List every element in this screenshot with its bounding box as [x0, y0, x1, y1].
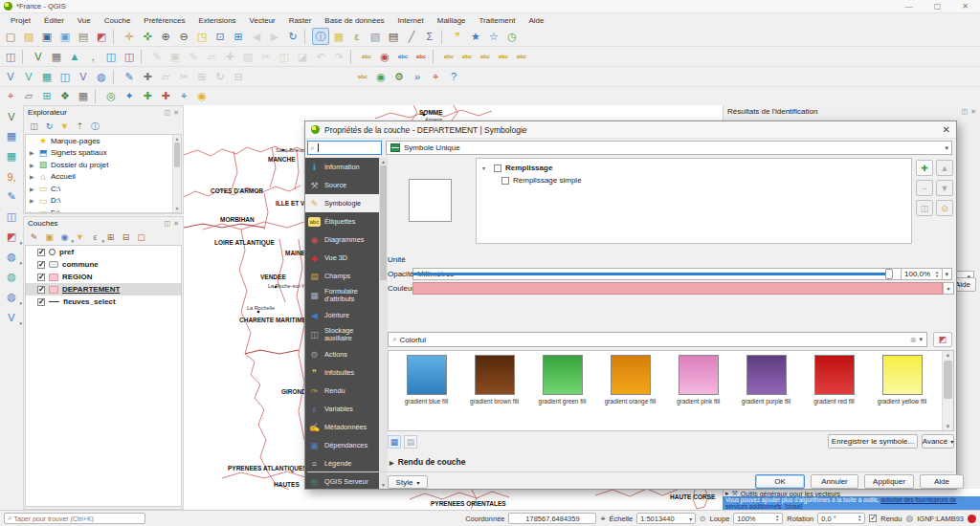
browser-tree-item[interactable]: ▶ ▭ C:\ — [26, 183, 181, 195]
zoom-last-icon[interactable]: ◀ — [248, 28, 265, 45]
close-panel-icon[interactable]: ✕ — [173, 220, 179, 228]
add-delimited-text-dock-icon[interactable]: 9, — [3, 168, 20, 185]
lock-symbol-color-button[interactable]: ⊙ — [936, 200, 953, 216]
layer-item[interactable]: REGION — [26, 271, 181, 283]
spinner-arrows-icon[interactable]: ▲▼ — [935, 271, 939, 278]
show-bookmarks-icon[interactable]: ☆ — [485, 28, 502, 45]
icon-view-toggle[interactable]: ▦ — [388, 435, 401, 449]
scroll-up-icon[interactable]: ▲ — [173, 136, 181, 142]
vertex-tool-icon[interactable]: ✚ — [221, 48, 238, 65]
layer-diagram-icon[interactable]: ◉ — [376, 48, 393, 65]
locator-search[interactable]: ⌕ — [4, 513, 145, 524]
collapse-all-browser-icon[interactable]: ⇡ — [74, 121, 86, 133]
dialog-tab-source[interactable]: ⚒ Source — [305, 176, 379, 194]
current-edits-icon[interactable]: ✎ — [185, 48, 202, 65]
diagram-toolbar-icon[interactable]: ◉ — [372, 68, 390, 85]
close-button[interactable]: ✕ — [962, 2, 969, 11]
symbol-swatch[interactable]: gradient orange fill — [596, 355, 664, 430]
move-label-icon[interactable]: abc — [477, 48, 494, 65]
menu-item[interactable]: Vue — [71, 16, 98, 25]
color-button[interactable] — [412, 282, 943, 295]
coordinate-field[interactable]: 178567,6484359 — [508, 513, 596, 524]
copy-features-icon[interactable]: ◫ — [276, 48, 293, 65]
symbol-swatch[interactable]: gradient green fill — [528, 355, 596, 430]
undo-icon[interactable]: ↶ — [312, 48, 329, 65]
raster-calculator-icon[interactable]: ▦ — [75, 88, 92, 105]
scroll-down-icon[interactable]: ▼ — [173, 206, 181, 211]
remove-layer-icon[interactable]: ▢ — [135, 231, 147, 244]
redo-icon[interactable]: ↷ — [330, 48, 347, 65]
add-virtual-layer-icon[interactable]: V — [75, 68, 92, 85]
add-vector-layer-icon[interactable]: V — [30, 48, 47, 65]
add-geopackage-dock-icon[interactable]: ✎ — [3, 188, 20, 205]
georeferencer-icon[interactable]: ⊞ — [38, 88, 56, 105]
dialog-tab-symbology[interactable]: ✎ Symbologie — [305, 194, 379, 212]
symbol-swatch[interactable]: gradient brown fill — [460, 355, 528, 430]
split-features-icon[interactable]: ✂ — [175, 68, 192, 85]
zoom-to-selection-icon[interactable]: ⊡ — [212, 28, 229, 45]
grass-tools-icon[interactable]: ❖ — [56, 88, 74, 105]
menu-item[interactable]: Traitement — [473, 16, 523, 25]
delete-part-icon[interactable]: ⊟ — [230, 68, 247, 85]
style-manager-icon[interactable]: ◩ — [93, 28, 110, 45]
zoom-out-icon[interactable]: ⊖ — [175, 28, 192, 45]
toolbar-icon[interactable] — [95, 89, 100, 103]
measure-area-icon[interactable]: ▱ — [20, 88, 37, 105]
layer-item[interactable]: DEPARTEMENT — [26, 283, 181, 296]
add-feature-icon[interactable]: ▱ — [203, 48, 220, 65]
browser-tree-item[interactable]: ▶ ⬒ Signets spatiaux — [26, 147, 181, 160]
expand-arrow-icon[interactable]: ▶ — [30, 149, 35, 156]
mouse-position-icon[interactable]: ⌖ — [600, 514, 605, 524]
opacity-slider-handle[interactable] — [885, 269, 893, 279]
notification-close-link[interactable]: [close] — [785, 503, 802, 510]
filter-browser-icon[interactable]: ▼ — [58, 121, 71, 133]
clear-icon[interactable]: ⊗ — [910, 336, 917, 344]
statistics-icon[interactable]: Σ — [421, 28, 438, 45]
dialog-tab-auxiliary-storage[interactable]: ◫ Stockage auxiliaire — [305, 324, 379, 345]
add-wcs-layer-icon[interactable]: ▦ — [38, 68, 56, 85]
float-panel-icon[interactable]: ◫ — [962, 108, 969, 116]
advanced-digitizing-icon[interactable]: ✚ — [139, 68, 156, 85]
toolbar-icon[interactable] — [350, 50, 355, 64]
add-raster-dock-icon[interactable]: ▦ — [3, 128, 20, 144]
menu-item[interactable]: Projet — [4, 16, 37, 25]
messages-icon[interactable] — [968, 515, 976, 523]
refresh-map-icon[interactable]: ↻ — [284, 28, 301, 45]
help-button[interactable]: Aide — [920, 474, 964, 489]
metasearch-icon[interactable]: ◍ — [93, 68, 110, 85]
menu-item[interactable]: Éditer — [37, 16, 71, 25]
add-arcgis-layer-icon[interactable]: ◫ — [56, 68, 74, 85]
scroll-up-icon[interactable]: ▲ — [379, 159, 388, 164]
styling-dock-icon[interactable]: ◩ ▾ — [3, 229, 20, 245]
add-spatialite-dock-icon[interactable]: ◫ — [3, 208, 20, 225]
symbol-swatch[interactable]: gradient red fill — [800, 355, 868, 430]
advanced-button[interactable]: Avancé ▾ — [922, 434, 954, 449]
expand-arrow-icon[interactable]: ▶ — [30, 197, 35, 204]
maximize-button[interactable]: ▢ — [934, 2, 942, 11]
layer-visibility-checkbox[interactable] — [37, 298, 45, 306]
chevron-down-icon[interactable]: ▾ — [919, 336, 923, 343]
paste-features-icon[interactable]: ◪ — [294, 48, 311, 65]
python-console-icon[interactable]: » — [409, 68, 426, 85]
toolbar-icon[interactable] — [141, 50, 145, 64]
add-wfs-layer-icon[interactable]: V — [20, 68, 37, 85]
locator-search-input[interactable] — [13, 515, 126, 522]
menu-item[interactable]: Internet — [391, 16, 431, 25]
dialog-titlebar[interactable]: Propriétés de la couche - DEPARTEMENT | … — [305, 121, 956, 139]
add-delimited-text-icon[interactable]: , — [84, 48, 101, 65]
filter-legend-icon[interactable]: ▼ — [74, 231, 86, 244]
style-manager-icon-button[interactable]: ◩ — [933, 332, 952, 347]
dialog-tab-legend[interactable]: ≡ Légende — [305, 454, 379, 472]
dialog-tab-metadata[interactable]: ✍ Métadonnées — [305, 418, 379, 436]
pan-map-icon[interactable]: ✛ — [121, 28, 138, 45]
dialog-tab-diagrams[interactable]: ◉ Diagrammes — [305, 230, 379, 249]
add-wms-layer-icon[interactable]: V — [2, 68, 19, 85]
rotate-feature-icon[interactable]: ↻ — [212, 68, 229, 85]
dialog-tab-map-tips[interactable]: ❞ Infobulles — [305, 363, 379, 382]
collapse-all-icon[interactable]: ⊟ — [120, 231, 132, 244]
coordinate-capture-icon[interactable]: ⌖ — [175, 88, 192, 105]
scrollbar-thumb[interactable] — [944, 361, 952, 399]
filter-by-expression-icon[interactable]: ε ▾ — [89, 231, 101, 244]
add-postgis-layer-icon[interactable]: ◫ — [102, 48, 120, 65]
toolbar-icon[interactable] — [433, 50, 437, 64]
